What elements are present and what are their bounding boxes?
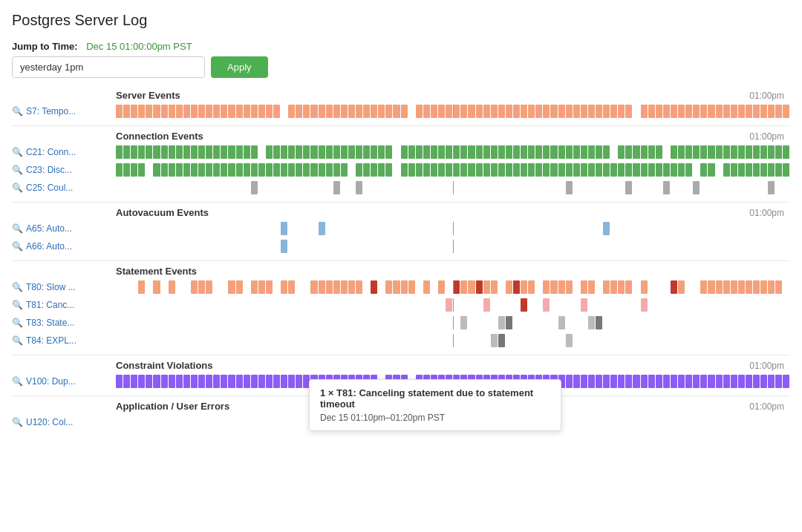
- bar[interactable]: [671, 145, 677, 159]
- bar[interactable]: [663, 240, 670, 253]
- bar[interactable]: [573, 163, 580, 177]
- bar[interactable]: [258, 375, 265, 388]
- bar[interactable]: [266, 105, 273, 118]
- bar[interactable]: [303, 280, 310, 294]
- bar[interactable]: [161, 416, 168, 429]
- bar[interactable]: [483, 163, 490, 177]
- bar[interactable]: [251, 240, 258, 253]
- bar[interactable]: [535, 181, 542, 194]
- bar[interactable]: [663, 181, 670, 194]
- bar[interactable]: [731, 222, 737, 235]
- bar[interactable]: [558, 181, 565, 194]
- bar[interactable]: [738, 316, 745, 329]
- bar[interactable]: [498, 416, 505, 429]
- bar[interactable]: [460, 280, 467, 294]
- bar[interactable]: [310, 375, 317, 388]
- bar[interactable]: [588, 416, 595, 429]
- bar[interactable]: [558, 416, 565, 429]
- bar[interactable]: [161, 316, 168, 329]
- bar[interactable]: [371, 375, 377, 388]
- bar[interactable]: [363, 416, 370, 429]
- bar[interactable]: [468, 280, 475, 294]
- bar[interactable]: [446, 334, 452, 347]
- bar[interactable]: [183, 145, 190, 159]
- bar[interactable]: [603, 105, 610, 118]
- bar[interactable]: [123, 334, 130, 347]
- bar[interactable]: [378, 280, 385, 294]
- bar[interactable]: [138, 240, 145, 253]
- bar[interactable]: [341, 145, 348, 159]
- bar[interactable]: [641, 375, 648, 388]
- bar[interactable]: [610, 334, 617, 347]
- bar[interactable]: [310, 240, 317, 253]
- bar[interactable]: [296, 280, 302, 294]
- bar[interactable]: [573, 316, 580, 329]
- bar[interactable]: [708, 181, 714, 194]
- bar[interactable]: [476, 334, 483, 347]
- bar[interactable]: [641, 316, 648, 329]
- bar[interactable]: [161, 222, 168, 235]
- bar[interactable]: [731, 163, 737, 177]
- bar[interactable]: [356, 105, 362, 118]
- bar[interactable]: [738, 298, 745, 312]
- bar[interactable]: [146, 145, 152, 159]
- bar[interactable]: [708, 222, 714, 235]
- bar[interactable]: [446, 240, 452, 253]
- bar[interactable]: [633, 298, 639, 312]
- bar[interactable]: [423, 334, 430, 347]
- bar[interactable]: [708, 316, 714, 329]
- bar[interactable]: [363, 222, 370, 235]
- bar[interactable]: [169, 163, 175, 177]
- bar[interactable]: [498, 163, 505, 177]
- bar[interactable]: [131, 105, 137, 118]
- bar[interactable]: [550, 416, 557, 429]
- bar[interactable]: [603, 145, 610, 159]
- bar[interactable]: [521, 280, 527, 294]
- bar[interactable]: [753, 240, 760, 253]
- bar[interactable]: [633, 240, 639, 253]
- bar[interactable]: [566, 280, 573, 294]
- bar[interactable]: [123, 145, 130, 159]
- bar[interactable]: [131, 280, 137, 294]
- bar[interactable]: [731, 280, 737, 294]
- bar[interactable]: [138, 316, 145, 329]
- bar[interactable]: [228, 105, 235, 118]
- bar[interactable]: [310, 298, 317, 312]
- bar[interactable]: [746, 163, 752, 177]
- bar[interactable]: [244, 375, 250, 388]
- bar[interactable]: [723, 105, 730, 118]
- bar[interactable]: [468, 298, 475, 312]
- bar[interactable]: [341, 334, 348, 347]
- bar[interactable]: [476, 280, 483, 294]
- bar[interactable]: [378, 416, 385, 429]
- bar[interactable]: [296, 222, 302, 235]
- bar[interactable]: [521, 375, 527, 388]
- bar[interactable]: [348, 416, 355, 429]
- bar[interactable]: [438, 375, 445, 388]
- bar[interactable]: [783, 181, 789, 194]
- bar[interactable]: [460, 416, 467, 429]
- bar[interactable]: [468, 375, 475, 388]
- bar[interactable]: [356, 240, 362, 253]
- bar[interactable]: [491, 222, 498, 235]
- bar[interactable]: [783, 145, 789, 159]
- bar[interactable]: [281, 334, 287, 347]
- bar[interactable]: [738, 105, 745, 118]
- bar[interactable]: [618, 298, 625, 312]
- bar[interactable]: [738, 222, 745, 235]
- bar[interactable]: [716, 375, 723, 388]
- bar[interactable]: [228, 334, 235, 347]
- bar[interactable]: [221, 163, 227, 177]
- bar[interactable]: [378, 375, 385, 388]
- bar[interactable]: [603, 334, 610, 347]
- bar[interactable]: [296, 145, 302, 159]
- bar[interactable]: [288, 240, 295, 253]
- bar[interactable]: [363, 240, 370, 253]
- bar[interactable]: [528, 416, 535, 429]
- bar[interactable]: [191, 222, 198, 235]
- bar[interactable]: [543, 298, 550, 312]
- bar[interactable]: [581, 181, 587, 194]
- bar[interactable]: [206, 298, 212, 312]
- bar[interactable]: [138, 163, 145, 177]
- bar[interactable]: [153, 105, 160, 118]
